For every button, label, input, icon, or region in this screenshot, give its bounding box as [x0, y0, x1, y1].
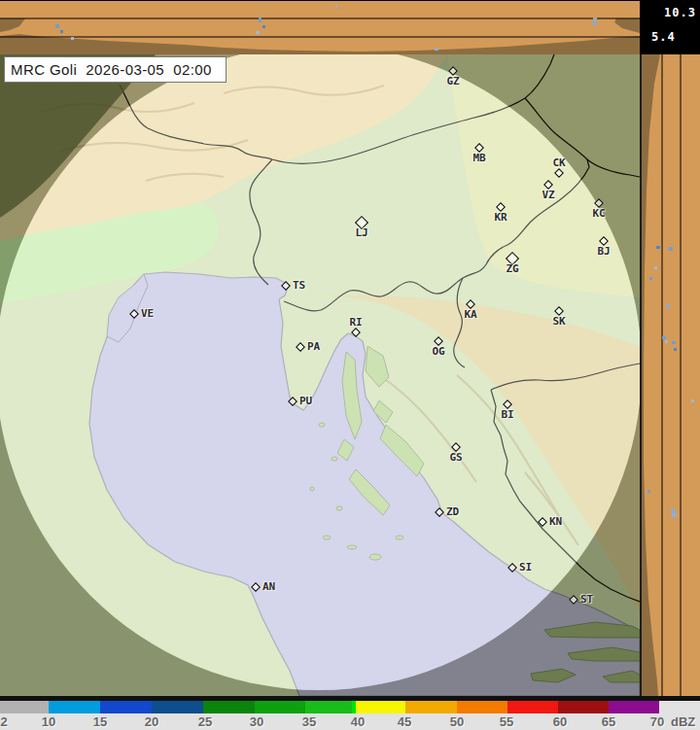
right-echo-speck [669, 247, 673, 251]
dbz-tick-45: 45 [398, 714, 411, 729]
dbz-segment [0, 701, 49, 713]
city-label-PA: PA [307, 340, 320, 353]
city-label-KN: KN [549, 515, 562, 528]
radar-display: 10.3 5.4 [0, 0, 700, 730]
dbz-segment [305, 701, 352, 713]
right-echo-speck [654, 266, 657, 269]
right-echo-speck [662, 336, 666, 339]
dbz-segment [508, 701, 558, 713]
right-echo-speck [649, 277, 652, 280]
city-label-GZ: GZ [446, 75, 459, 87]
dbz-segment [609, 701, 659, 713]
city-label-BI: BI [501, 408, 513, 421]
city-label-TS: TS [293, 279, 305, 292]
title-box: MRC Goli 2026-03-05 02:00 [4, 56, 227, 83]
top-echo-speck [593, 17, 597, 26]
city-label-BJ: BJ [597, 245, 610, 258]
dbz-tick-65: 65 [602, 714, 615, 729]
dbz-segment [405, 701, 457, 713]
profile-scale-box: 10.3 5.4 [640, 0, 700, 54]
city-label-SI: SI [519, 561, 532, 574]
dbz-tick-20: 20 [145, 714, 158, 729]
dbz-tick-50: 50 [450, 714, 464, 729]
right-echo-speck [666, 304, 670, 308]
city-label-OG: OG [432, 345, 444, 358]
title-text: MRC Goli 2026-03-05 02:00 [11, 61, 212, 78]
city-label-PU: PU [299, 395, 312, 407]
dbz-segment [203, 701, 255, 713]
dbz-unit-label: dBZ [671, 714, 695, 729]
radar-range-circle [0, 54, 640, 690]
dbz-segment [558, 701, 609, 713]
right-echo-speck [691, 400, 694, 402]
dbz-tick-30: 30 [250, 714, 263, 729]
city-label-VZ: VZ [542, 189, 554, 201]
top-echo-speck [262, 25, 265, 28]
city-label-GS: GS [449, 451, 462, 464]
city-label-CK: CK [552, 156, 565, 169]
top-echo-speck [259, 17, 262, 22]
right-profile-graphic [640, 54, 700, 696]
right-echo-speck [674, 348, 677, 351]
city-label-ZG: ZG [506, 262, 518, 275]
city-label-SK: SK [552, 315, 565, 328]
right-echo-speck [648, 490, 650, 493]
dbz-colorbar: 210152025303540455055606570dBZ [0, 696, 700, 730]
dbz-segment [255, 701, 305, 713]
city-label-KR: KR [494, 211, 507, 224]
dbz-tick-70: 70 [650, 714, 664, 729]
city-label-AN: AN [262, 580, 275, 593]
city-label-VE: VE [141, 307, 154, 320]
right-echo-speck [672, 341, 676, 344]
dbz-segment [100, 701, 152, 713]
city-label-MB: MB [472, 152, 485, 164]
right-cross-section-profile [640, 54, 700, 696]
top-echo-speck [71, 37, 74, 40]
dbz-segment [356, 701, 405, 713]
dbz-segment [457, 701, 508, 713]
colorbar-bar [0, 701, 659, 713]
city-label-LJ: LJ [355, 226, 368, 239]
top-echo-speck [435, 48, 438, 51]
profile-lower-value: 5.4 [651, 30, 676, 44]
profile-upper-value: 10.3 [664, 6, 696, 19]
top-echo-speck [256, 31, 260, 34]
city-label-ZD: ZD [446, 505, 459, 518]
top-profile-graphic [0, 1, 640, 55]
top-echo-speck [335, 5, 337, 8]
dbz-tick-60: 60 [553, 714, 567, 729]
top-echo-speck [60, 30, 63, 33]
dbz-tick-40: 40 [351, 714, 365, 729]
radar-map [0, 54, 640, 696]
city-label-KC: KC [592, 207, 605, 220]
dbz-segment [152, 701, 203, 713]
dbz-tick-25: 25 [198, 714, 212, 729]
dbz-tick-15: 15 [93, 714, 107, 729]
dbz-tick-10: 10 [42, 714, 55, 729]
right-echo-speck [656, 246, 660, 249]
right-echo-speck [672, 513, 677, 517]
dbz-tick-35: 35 [302, 714, 316, 729]
top-echo-speck [55, 24, 59, 28]
city-label-RI: RI [349, 316, 362, 329]
right-echo-speck [665, 340, 668, 343]
dbz-tick-55: 55 [500, 714, 513, 729]
dbz-segment [49, 701, 100, 713]
map-graphic [0, 54, 640, 696]
city-label-KA: KA [464, 308, 476, 321]
city-label-ST: ST [580, 593, 593, 606]
dbz-tick-2: 2 [0, 714, 7, 729]
top-cross-section-profile [0, 0, 640, 54]
